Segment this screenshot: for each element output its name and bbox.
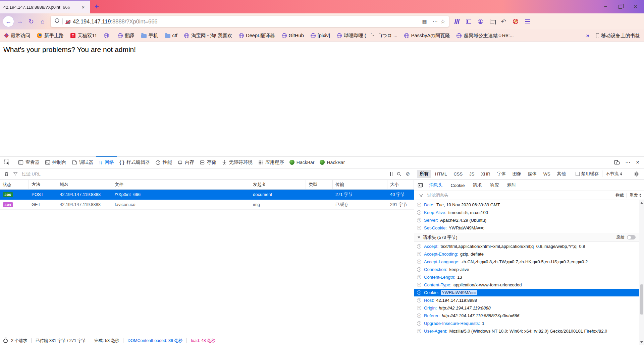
restore-icon[interactable] xyxy=(619,5,622,9)
question-icon[interactable] xyxy=(417,314,421,318)
filter-url-input[interactable] xyxy=(22,171,388,177)
request-header-accept[interactable]: Accepttext/html,application/xhtml+xml,ap… xyxy=(414,243,639,250)
pick-element-button[interactable] xyxy=(1,156,12,168)
bookmark-passbya[interactable]: PassbyAの阿瓦隆 xyxy=(404,32,450,39)
details-tab-request[interactable]: 请求 xyxy=(469,180,486,191)
question-icon[interactable] xyxy=(417,306,421,310)
block-button[interactable]: 拦截 xyxy=(615,193,624,198)
bookmarks-overflow-chevron[interactable]: » xyxy=(586,32,589,39)
pause-recording-icon[interactable] xyxy=(390,172,393,176)
mobile-bookmarks[interactable]: 移动设备上的书签 xyxy=(596,32,640,39)
reload-button[interactable]: ↻ xyxy=(25,16,37,27)
devtools-close-icon[interactable]: × xyxy=(636,159,639,166)
response-header-server[interactable]: ServerApache/2.4.29 (Ubuntu) xyxy=(414,216,639,224)
request-header-content-type[interactable]: Content-Typeapplication/x-www-form-urlen… xyxy=(414,281,639,289)
request-header-accept-encoding[interactable]: Accept-Encodinggzip, deflate xyxy=(414,250,639,258)
tab-hackbar-1[interactable]: HackBar xyxy=(287,156,317,168)
question-icon[interactable] xyxy=(417,244,421,249)
tab-debugger[interactable]: 调试器 xyxy=(69,156,96,168)
tab-application[interactable]: 应用程序 xyxy=(255,156,287,168)
qr-code-icon[interactable]: ▦ xyxy=(422,18,427,24)
request-header-user-agent[interactable]: User-AgentMozilla/5.0 (Windows NT 10.0; … xyxy=(414,327,639,335)
request-header-connection[interactable]: Connectionkeep-alive xyxy=(414,266,639,273)
tab-accessibility[interactable]: 无障碍环境 xyxy=(219,156,255,168)
type-filter-media[interactable]: 媒体 xyxy=(525,170,539,178)
insecure-lock-icon[interactable] xyxy=(65,20,70,24)
details-tab-cookie[interactable]: Cookie xyxy=(447,180,469,191)
question-icon[interactable] xyxy=(417,290,421,295)
url-bar[interactable]: 42.194.147.119:8888/?Xp0int=666 ▦ ⋯ ☆ xyxy=(51,16,449,27)
raw-toggle-switch[interactable] xyxy=(627,235,636,239)
screenshot-icon[interactable] xyxy=(490,19,494,23)
bookmark-pixiv[interactable]: [pixiv] xyxy=(311,33,330,38)
sidebar-icon[interactable] xyxy=(466,19,471,24)
request-header-host[interactable]: Host42.194.147.119:8888 xyxy=(414,296,639,304)
col-type[interactable]: 类型 xyxy=(306,180,333,189)
type-filter-html[interactable]: HTML xyxy=(432,170,449,178)
details-tab-headers[interactable]: 消息头 xyxy=(425,180,447,191)
question-icon[interactable] xyxy=(417,252,421,256)
bookmark-translate[interactable]: 翻譯 xyxy=(118,32,135,39)
window-close-icon[interactable]: × xyxy=(634,3,637,10)
collapse-details-icon[interactable] xyxy=(418,183,423,188)
disable-cache-checkbox[interactable]: 禁用缓存 xyxy=(576,171,599,177)
home-button[interactable]: ⌂ xyxy=(37,16,48,27)
bookmark-taobao[interactable]: 淘宝网 - 淘! 我喜欢 xyxy=(184,32,232,39)
bookmark-princess-connect[interactable]: 超異域公主連結☆Re:... xyxy=(457,32,514,39)
details-tab-response[interactable]: 响应 xyxy=(486,180,503,191)
forward-button[interactable]: → xyxy=(14,16,25,27)
question-icon[interactable] xyxy=(417,226,421,230)
tab-network[interactable]: ↑↓ 网络 xyxy=(96,156,117,168)
library-icon[interactable] xyxy=(454,19,460,24)
bookmark-deepl[interactable]: DeepL翻译器 xyxy=(239,32,275,39)
response-header-date[interactable]: DateTue, 10 Nov 2020 06:33:39 GMT xyxy=(414,201,639,209)
question-icon[interactable] xyxy=(417,267,421,272)
filter-headers-input[interactable] xyxy=(427,193,615,198)
response-header-setcookie[interactable]: Set-CookieYWRtaW49MA==; xyxy=(414,224,639,232)
undo-icon[interactable]: ↶ xyxy=(501,18,506,25)
tab-performance[interactable]: 性能 xyxy=(153,156,175,168)
request-header-origin[interactable]: Originhttp://42.194.147.119:8888 xyxy=(414,304,639,312)
tracking-protection-shield-icon[interactable] xyxy=(54,18,60,25)
bookmark-folder-phone[interactable]: 手机 xyxy=(141,32,158,39)
type-filter-font[interactable]: 字体 xyxy=(494,170,508,178)
question-icon[interactable] xyxy=(417,218,421,222)
url-text[interactable]: 42.194.147.119:8888/?Xp0int=666 xyxy=(73,18,420,25)
back-button[interactable]: ← xyxy=(3,16,14,27)
tab-close-icon[interactable]: × xyxy=(80,4,87,11)
request-headers-section[interactable]: 请求头 (573 字节) 原始 xyxy=(414,233,639,242)
bookmark-tmall[interactable]: T天猫双11 xyxy=(70,32,97,39)
bookmark-folder-ctf[interactable]: ctf xyxy=(165,33,177,38)
col-initiator[interactable]: 发起者 xyxy=(250,180,306,189)
details-scrollbar[interactable] xyxy=(639,200,644,345)
tab-style-editor[interactable]: { } 样式编辑器 xyxy=(117,156,153,168)
request-header-cookie-selected[interactable]: CookieYWRtaW49MA== xyxy=(414,289,639,296)
question-icon[interactable] xyxy=(417,283,421,287)
devtools-menu-icon[interactable]: ⋯ xyxy=(625,159,631,165)
details-tab-timings[interactable]: 耗时 xyxy=(503,180,520,191)
bookmark-star-icon[interactable]: ☆ xyxy=(440,18,445,25)
question-icon[interactable] xyxy=(417,298,421,302)
account-icon[interactable] xyxy=(478,19,483,24)
resend-button[interactable]: 重发 xyxy=(630,193,638,198)
col-method[interactable]: 方法 xyxy=(29,180,57,189)
tab-inspector[interactable]: 查看器 xyxy=(15,156,42,168)
col-domain[interactable]: 域名 xyxy=(57,180,112,189)
type-filter-js[interactable]: JS xyxy=(467,170,477,178)
scroll-down-icon[interactable] xyxy=(640,341,643,343)
question-icon[interactable] xyxy=(417,203,421,207)
type-filter-other[interactable]: 其他 xyxy=(554,170,569,178)
minimize-icon[interactable]: − xyxy=(604,4,607,10)
clear-requests-trash-icon[interactable] xyxy=(4,171,9,177)
col-size[interactable]: 大小 xyxy=(387,180,414,189)
request-header-content-length[interactable]: Content-Length13 xyxy=(414,273,639,281)
tab-storage[interactable]: 存储 xyxy=(197,156,219,168)
type-filter-xhr[interactable]: XHR xyxy=(478,170,493,178)
block-requests-icon[interactable]: ⊘ xyxy=(406,171,410,177)
request-header-referer[interactable]: Refererhttp://42.194.147.119:8888/?Xp0in… xyxy=(414,312,639,320)
throttle-dropdown[interactable]: 不节流 xyxy=(606,171,622,177)
network-settings-gear-icon[interactable] xyxy=(634,171,639,177)
tab-hackbar-2[interactable]: HackBar xyxy=(317,156,347,168)
browser-tab[interactable]: 42.194.147.119:8888/?Xp0int=666 × xyxy=(0,0,90,13)
col-status[interactable]: 状态 xyxy=(0,180,29,189)
